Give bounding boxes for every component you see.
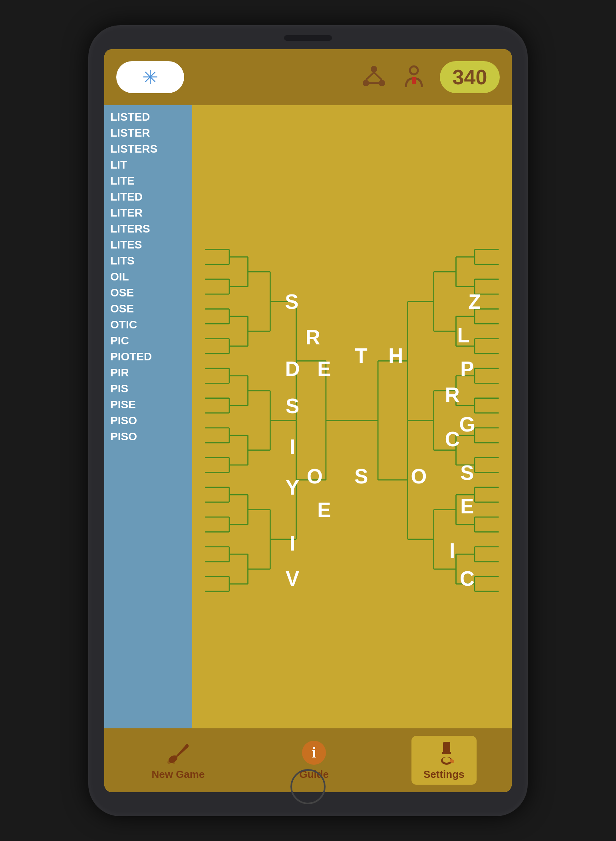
settings-icon (431, 740, 457, 766)
word-ose1: OSE (110, 285, 186, 301)
snowflake-icon: ✳ (142, 66, 158, 88)
svg-point-154 (167, 761, 171, 764)
word-ose2: OSE (110, 301, 186, 317)
word-pir: PIR (110, 365, 186, 381)
person-icon[interactable] (400, 63, 428, 91)
letter-c-right: C (460, 567, 475, 590)
letter-y: Y (286, 476, 299, 499)
svg-rect-158 (443, 742, 450, 753)
letter-e-left: E (317, 357, 331, 380)
letter-l: L (457, 324, 469, 346)
svg-point-155 (173, 762, 175, 764)
word-liters: LITERS (110, 221, 186, 237)
letter-e-right: E (460, 495, 474, 517)
new-game-button[interactable]: New Game (139, 736, 217, 785)
letter-r-right: R (445, 383, 460, 406)
word-piso1: PISO (110, 413, 186, 429)
svg-line-3 (366, 72, 374, 80)
word-otic: OTIC (110, 317, 186, 333)
footer: New Game i Guide Settings (104, 728, 512, 792)
letter-s-right: S (460, 461, 474, 484)
guide-button[interactable]: i Guide (287, 736, 341, 785)
word-piso2: PISO (110, 429, 186, 445)
letter-s-left2: S (286, 394, 299, 417)
letter-r: R (306, 326, 320, 348)
letter-s-center: S (354, 465, 368, 488)
word-lites: LITES (110, 237, 186, 253)
letter-o-left: O (307, 465, 323, 488)
word-pic: PIC (110, 333, 186, 349)
letter-v: V (286, 567, 299, 590)
letter-i-low: I (290, 532, 295, 555)
svg-line-4 (374, 72, 382, 80)
svg-rect-7 (412, 77, 416, 84)
network-icon[interactable] (360, 63, 388, 91)
letter-e-left2: E (317, 499, 331, 521)
word-lited: LITED (110, 189, 186, 205)
guide-icon: i (301, 740, 327, 766)
settings-button[interactable]: Settings (411, 736, 477, 785)
new-game-icon (165, 740, 191, 766)
main-content: LISTED LISTER LISTERS LIT LITE LITED LIT… (104, 105, 512, 728)
letter-o-right: O (411, 465, 427, 488)
screen: ✳ (104, 49, 512, 792)
letter-g: G (459, 413, 475, 436)
word-pis: PIS (110, 381, 186, 397)
word-listed: LISTED (110, 109, 186, 125)
word-oil: OIL (110, 269, 186, 285)
letter-i: I (290, 435, 295, 458)
word-pise: PISE (110, 397, 186, 413)
svg-point-6 (410, 66, 418, 74)
word-lite: LITE (110, 173, 186, 189)
score-value: 340 (453, 66, 487, 89)
letter-p: P (460, 357, 474, 380)
tablet-device: ✳ (88, 25, 528, 816)
header: ✳ (104, 49, 512, 105)
letter-c: C (445, 428, 460, 451)
logo-button[interactable]: ✳ (116, 61, 184, 93)
word-pioted: PIOTED (110, 349, 186, 365)
letter-d: D (285, 357, 300, 380)
svg-point-0 (371, 66, 377, 72)
score-badge: 340 (440, 61, 500, 93)
svg-point-161 (443, 757, 451, 763)
word-lister: LISTER (110, 125, 186, 141)
letter-i-right: I (449, 539, 455, 562)
settings-label: Settings (423, 768, 465, 781)
letter-t: T (355, 344, 368, 367)
game-area[interactable]: S R E T D S I Y O E S I V H O Z (192, 105, 512, 728)
svg-rect-159 (442, 752, 451, 754)
word-listers: LISTERS (110, 141, 186, 157)
letter-z: Z (468, 290, 481, 313)
word-lit: LIT (110, 157, 186, 173)
word-list: LISTED LISTER LISTERS LIT LITE LITED LIT… (104, 105, 192, 728)
letter-s-left: S (285, 290, 298, 313)
new-game-label: New Game (151, 768, 205, 781)
word-liter: LITER (110, 205, 186, 221)
svg-text:i: i (312, 744, 316, 761)
letter-h: H (388, 344, 403, 367)
word-lits: LITS (110, 253, 186, 269)
bracket-svg: S R E T D S I Y O E S I V H O Z (192, 105, 512, 728)
guide-label: Guide (299, 768, 329, 781)
